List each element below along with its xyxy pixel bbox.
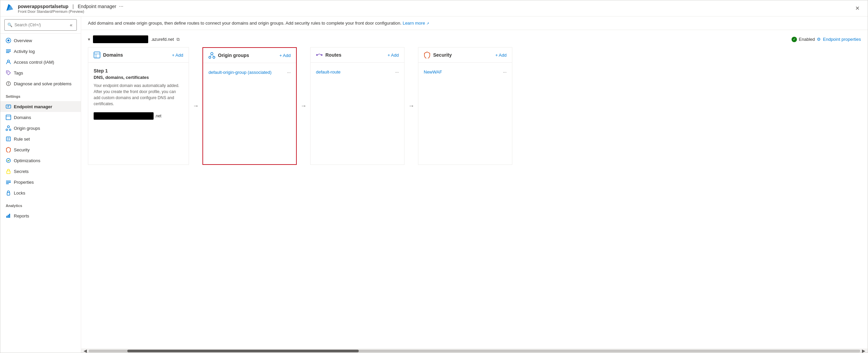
sidebar-item-reports[interactable]: Reports [0,210,81,221]
origin-group-link[interactable]: default-origin-group (associated) [209,70,272,75]
routes-add-button[interactable]: + Add [388,53,399,58]
endpoint-name [93,35,148,43]
scroll-track[interactable] [89,350,860,352]
scroll-left-button[interactable]: ◀ [82,348,89,353]
svg-rect-27 [6,181,11,181]
origin-groups-card-body: default-origin-group (associated) ··· [203,63,296,164]
security-item: NewWAF ··· [424,68,506,76]
security-link[interactable]: NewWAF [424,69,442,75]
description-text: Add domains and create origin groups, th… [88,21,402,26]
secrets-icon [6,169,11,174]
diagnose-icon [6,81,11,86]
svg-point-42 [316,54,318,56]
sidebar-item-locks[interactable]: Locks [0,187,81,198]
domains-label: Domains [14,115,31,120]
sidebar-item-rule-set[interactable]: Rule set [0,134,81,144]
security-more-button[interactable]: ··· [503,69,506,75]
svg-rect-7 [6,52,9,53]
learn-more-link[interactable]: Learn more [403,21,425,26]
close-button[interactable]: ✕ [852,4,862,13]
analytics-section: Reports [0,209,81,223]
sidebar-item-overview[interactable]: Overview [0,35,81,46]
overview-label: Overview [14,38,32,43]
sidebar-item-activity-log[interactable]: Activity log [0,46,81,57]
endpoint-copy-icon[interactable]: ⧉ [177,37,180,42]
route-link[interactable]: default-route [316,69,341,75]
domains-card-body: Step 1 DNS, domains, certificates Your e… [88,63,189,164]
page-title: Endpoint manager [78,4,116,9]
security-add-button[interactable]: + Add [495,53,506,58]
svg-rect-30 [7,193,10,195]
optimizations-label: Optimizations [14,158,40,163]
arrow-domains-to-origins: → [189,102,203,110]
routes-add-label: + Add [388,53,399,58]
endpoint-properties-link[interactable]: Endpoint properties [823,37,861,42]
overview-icon [6,38,11,43]
main-content: 🔍 « Overview Activity log [0,17,868,353]
status-enabled-icon: ✓ [792,37,797,42]
svg-rect-34 [94,52,100,58]
svg-rect-5 [6,50,11,50]
rule-set-label: Rule set [14,137,30,142]
reports-label: Reports [14,213,29,218]
endpoint-manager-icon [6,104,11,109]
sidebar-item-access-control[interactable]: Access control (IAM) [0,57,81,67]
endpoint-collapse-button[interactable]: ▾ [88,37,90,42]
domains-add-button[interactable]: + Add [172,53,183,58]
diagnose-label: Diagnose and solve problems [14,81,71,86]
more-options-button[interactable]: ··· [119,3,123,9]
sidebar-item-secrets[interactable]: Secrets [0,166,81,177]
sidebar-item-properties[interactable]: Properties [0,177,81,187]
scroll-right-button[interactable]: ▶ [860,348,867,353]
domains-icon [6,115,11,120]
routes-card-title: Routes [326,52,385,58]
svg-point-12 [8,84,9,85]
origin-group-more-button[interactable]: ··· [287,70,291,75]
cards-container: Domains + Add Step 1 DNS, domains, certi… [88,47,861,165]
svg-point-19 [6,129,8,131]
collapse-button[interactable]: « [68,21,74,29]
routes-card-header: Routes + Add [311,48,404,63]
settings-section: Endpoint manager Domains Origin groups [0,100,81,200]
svg-point-8 [7,60,9,62]
sidebar-item-security[interactable]: Security [0,144,81,155]
origin-groups-add-button[interactable]: + Add [279,53,291,58]
search-icon: 🔍 [7,23,12,27]
origin-groups-card-title: Origin groups [218,53,277,58]
domains-card: Domains + Add Step 1 DNS, domains, certi… [88,47,189,165]
scroll-thumb[interactable] [127,350,359,352]
rule-set-icon [6,136,11,142]
svg-rect-29 [6,183,9,184]
svg-point-9 [7,72,8,73]
svg-point-20 [9,129,11,131]
azure-icon [6,3,14,13]
sidebar-item-endpoint-manager[interactable]: Endpoint manager [0,101,81,112]
routes-card-body: default-route ··· [311,63,404,164]
sidebar-item-optimizations[interactable]: Optimizations [0,155,81,166]
origin-groups-add-label: + Add [279,53,291,58]
domains-step: Step 1 [94,68,183,73]
activity-log-icon [6,49,11,54]
window: powerappsportalsetup | Endpoint manager … [0,0,868,353]
endpoint-manager-label: Endpoint manager [14,104,52,109]
svg-rect-31 [6,216,7,218]
sidebar-item-domains[interactable]: Domains [0,112,81,123]
title-bar: powerappsportalsetup | Endpoint manager … [0,0,868,17]
sidebar-item-tags[interactable]: Tags [0,67,81,78]
svg-rect-28 [6,182,11,183]
arrow-routes-to-security: → [405,102,418,110]
svg-rect-26 [7,171,10,174]
security-icon [6,147,11,152]
nav-section: Overview Activity log Access control (IA… [0,34,81,90]
sidebar-item-origin-groups[interactable]: Origin groups [0,123,81,134]
settings-icon: ⚙ [817,37,821,42]
sidebar-item-diagnose[interactable]: Diagnose and solve problems [0,78,81,89]
route-more-button[interactable]: ··· [395,69,399,75]
domains-step-subtitle: DNS, domains, certificates [94,75,183,80]
horizontal-scrollbar[interactable]: ◀ ▶ [81,349,868,353]
app-name: powerappsportalsetup [18,4,68,9]
search-input[interactable] [14,23,66,27]
endpoint-suffix: .azurefd.net [151,37,174,42]
domains-card-title: Domains [103,52,169,58]
domains-step-desc: Your endpoint domain was automatically a… [94,83,183,107]
